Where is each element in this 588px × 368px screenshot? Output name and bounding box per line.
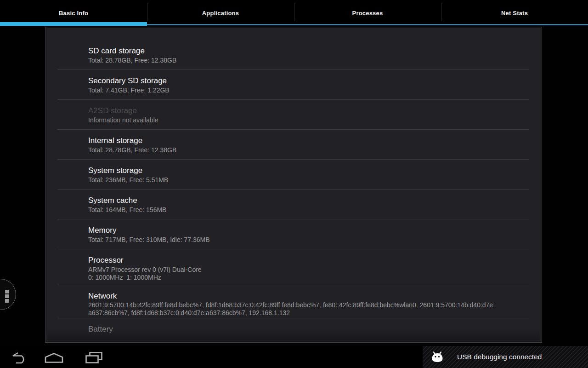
recents-icon[interactable]	[85, 352, 102, 363]
item-subtitle: Information not available	[88, 116, 513, 124]
tab-label: Net Stats	[501, 10, 528, 17]
basic-info-panel: SD card storage Total: 28.78GB, Free: 12…	[45, 27, 542, 342]
usb-debugging-notification[interactable]: USB debugging connected	[423, 346, 588, 368]
system-navigation-bar: USB debugging connected	[0, 346, 588, 368]
tab-label: Basic Info	[59, 10, 88, 17]
side-menu-handle[interactable]	[0, 279, 16, 310]
tab-bar: Basic Info Applications Processes Net St…	[0, 0, 588, 26]
tab-basic-info[interactable]: Basic Info	[0, 0, 147, 26]
item-title: Memory	[88, 225, 513, 235]
list-item-secondary-sd-storage[interactable]: Secondary SD storage Total: 7.41GB, Free…	[46, 70, 541, 99]
list-item-internal-storage[interactable]: Internal storage Total: 28.78GB, Free: 1…	[46, 130, 541, 159]
tab-processes[interactable]: Processes	[294, 0, 441, 26]
item-subtitle: 2601:9:5700:14b:42fc:89ff:fe8d:bebc%7, f…	[88, 301, 497, 316]
item-subtitle: ARMv7 Processor rev 0 (v7l) Dual-Core	[88, 266, 513, 274]
list-item-battery[interactable]: Battery	[46, 318, 541, 339]
screen: Basic Info Applications Processes Net St…	[0, 0, 588, 368]
list-item-memory[interactable]: Memory Total: 717MB, Free: 310MB, Idle: …	[46, 219, 541, 249]
item-title: Secondary SD storage	[88, 76, 513, 86]
grip-dots-icon	[5, 290, 9, 304]
list-item-system-cache[interactable]: System cache Total: 164MB, Free: 156MB	[46, 190, 541, 219]
android-icon	[430, 351, 444, 363]
list-item-network[interactable]: Network 2601:9:5700:14b:42fc:89ff:fe8d:b…	[46, 285, 541, 318]
back-icon[interactable]	[11, 351, 29, 364]
item-title: Processor	[88, 255, 513, 265]
item-subtitle: Total: 236MB, Free: 5.51MB	[88, 176, 513, 184]
item-subtitle: Total: 28.78GB, Free: 12.38GB	[88, 146, 513, 154]
item-title: Network	[88, 291, 522, 301]
item-title: A2SD storage	[88, 106, 513, 115]
tab-label: Applications	[202, 10, 239, 17]
item-subtitle: Total: 7.41GB, Free: 1.22GB	[88, 86, 513, 94]
item-subtitle: Total: 164MB, Free: 156MB	[88, 206, 513, 214]
list-item-a2sd-storage: A2SD storage Information not available	[46, 100, 541, 129]
list-item-sd-card-storage[interactable]: SD card storage Total: 28.78GB, Free: 12…	[46, 40, 541, 69]
item-title: System storage	[88, 166, 513, 175]
item-subtitle: Total: 28.78GB, Free: 12.38GB	[88, 56, 513, 64]
notification-text: USB debugging connected	[457, 353, 542, 361]
item-title: Internal storage	[88, 136, 513, 145]
home-icon[interactable]	[45, 353, 63, 363]
item-title: System cache	[88, 196, 513, 205]
item-subtitle: Total: 717MB, Free: 310MB, Idle: 77.36MB	[88, 236, 513, 244]
item-subtitle-line2: 0: 1000MHz 1: 1000MHz	[88, 274, 513, 282]
item-title: Battery	[88, 324, 513, 334]
list-item-system-storage[interactable]: System storage Total: 236MB, Free: 5.51M…	[46, 160, 541, 189]
system-info-list: SD card storage Total: 28.78GB, Free: 12…	[46, 28, 541, 339]
item-title: SD card storage	[88, 46, 513, 56]
list-item-processor[interactable]: Processor ARMv7 Processor rev 0 (v7l) Du…	[46, 249, 541, 285]
tab-applications[interactable]: Applications	[147, 0, 294, 26]
tab-net-stats[interactable]: Net Stats	[441, 0, 588, 26]
tab-label: Processes	[352, 10, 383, 17]
